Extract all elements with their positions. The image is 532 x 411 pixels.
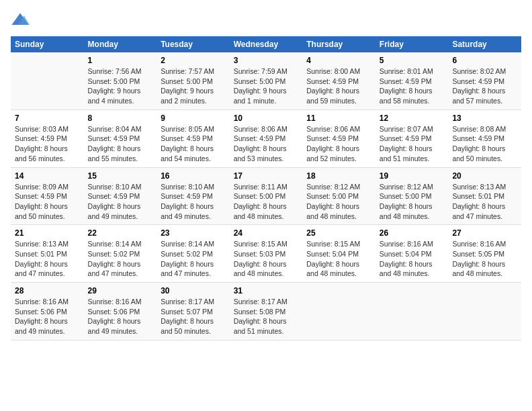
day-number: 3 <box>234 56 299 65</box>
calendar-cell: 14Sunrise: 8:09 AMSunset: 4:59 PMDayligh… <box>11 167 84 225</box>
day-number: 23 <box>161 228 226 238</box>
calendar-cell: 31Sunrise: 8:17 AMSunset: 5:08 PMDayligh… <box>230 283 303 340</box>
calendar-cell <box>375 283 449 340</box>
day-number: 29 <box>88 286 153 295</box>
calendar-week-4: 21Sunrise: 8:13 AMSunset: 5:01 PMDayligh… <box>11 225 521 283</box>
day-number: 25 <box>306 228 371 238</box>
day-number: 14 <box>15 171 80 181</box>
calendar-cell: 27Sunrise: 8:16 AMSunset: 5:05 PMDayligh… <box>448 225 521 283</box>
day-info: Sunrise: 8:15 AMSunset: 5:04 PMDaylight:… <box>306 239 371 279</box>
calendar-cell: 4Sunrise: 8:00 AMSunset: 4:59 PMDaylight… <box>302 52 375 109</box>
calendar-cell: 30Sunrise: 8:17 AMSunset: 5:07 PMDayligh… <box>157 283 230 340</box>
day-number: 16 <box>161 171 226 181</box>
day-number: 17 <box>234 171 299 181</box>
day-number: 4 <box>306 56 371 65</box>
day-info: Sunrise: 8:00 AMSunset: 4:59 PMDaylight:… <box>306 66 371 106</box>
day-info: Sunrise: 8:16 AMSunset: 5:06 PMDaylight:… <box>88 297 153 336</box>
day-info: Sunrise: 8:10 AMSunset: 4:59 PMDaylight:… <box>161 182 226 222</box>
calendar-cell: 1Sunrise: 7:56 AMSunset: 5:00 PMDaylight… <box>84 52 157 109</box>
calendar-cell: 13Sunrise: 8:08 AMSunset: 4:59 PMDayligh… <box>448 109 521 167</box>
day-number: 12 <box>380 113 445 123</box>
column-header-thursday: Thursday <box>302 36 375 52</box>
day-info: Sunrise: 8:02 AMSunset: 4:59 PMDaylight:… <box>452 66 517 106</box>
day-info: Sunrise: 8:06 AMSunset: 4:59 PMDaylight:… <box>306 124 371 164</box>
calendar-cell: 2Sunrise: 7:57 AMSunset: 5:00 PMDaylight… <box>157 52 230 109</box>
page-header <box>11 11 521 30</box>
day-info: Sunrise: 8:06 AMSunset: 4:59 PMDaylight:… <box>234 124 299 164</box>
day-number: 31 <box>234 286 299 295</box>
day-info: Sunrise: 8:08 AMSunset: 4:59 PMDaylight:… <box>452 124 517 164</box>
day-info: Sunrise: 8:14 AMSunset: 5:02 PMDaylight:… <box>88 239 153 279</box>
day-info: Sunrise: 8:16 AMSunset: 5:04 PMDaylight:… <box>380 239 445 279</box>
day-number: 30 <box>161 286 226 295</box>
day-number: 27 <box>452 228 517 238</box>
column-header-monday: Monday <box>84 36 157 52</box>
day-info: Sunrise: 8:17 AMSunset: 5:08 PMDaylight:… <box>234 297 299 336</box>
column-header-tuesday: Tuesday <box>157 36 230 52</box>
day-number: 26 <box>380 228 445 238</box>
day-number: 2 <box>161 56 226 65</box>
calendar-cell: 5Sunrise: 8:01 AMSunset: 4:59 PMDaylight… <box>375 52 449 109</box>
calendar-cell <box>448 283 521 340</box>
day-info: Sunrise: 8:10 AMSunset: 4:59 PMDaylight:… <box>88 182 153 222</box>
day-info: Sunrise: 7:59 AMSunset: 5:00 PMDaylight:… <box>234 66 299 106</box>
calendar-cell: 19Sunrise: 8:12 AMSunset: 5:00 PMDayligh… <box>375 167 449 225</box>
header-row: SundayMondayTuesdayWednesdayThursdayFrid… <box>11 36 521 52</box>
day-number: 1 <box>88 56 153 65</box>
day-number: 5 <box>380 56 445 65</box>
calendar-cell: 21Sunrise: 8:13 AMSunset: 5:01 PMDayligh… <box>11 225 84 283</box>
calendar-cell: 22Sunrise: 8:14 AMSunset: 5:02 PMDayligh… <box>84 225 157 283</box>
calendar-cell: 11Sunrise: 8:06 AMSunset: 4:59 PMDayligh… <box>302 109 375 167</box>
calendar-cell: 7Sunrise: 8:03 AMSunset: 4:59 PMDaylight… <box>11 109 84 167</box>
calendar-cell: 28Sunrise: 8:16 AMSunset: 5:06 PMDayligh… <box>11 283 84 340</box>
calendar-body: 1Sunrise: 7:56 AMSunset: 5:00 PMDaylight… <box>11 52 521 340</box>
day-info: Sunrise: 7:57 AMSunset: 5:00 PMDaylight:… <box>161 66 226 106</box>
day-number: 6 <box>452 56 517 65</box>
calendar-cell: 8Sunrise: 8:04 AMSunset: 4:59 PMDaylight… <box>84 109 157 167</box>
calendar-week-1: 1Sunrise: 7:56 AMSunset: 5:00 PMDaylight… <box>11 52 521 109</box>
day-number: 15 <box>88 171 153 181</box>
column-header-saturday: Saturday <box>448 36 521 52</box>
calendar-header: SundayMondayTuesdayWednesdayThursdayFrid… <box>11 36 521 52</box>
day-info: Sunrise: 8:11 AMSunset: 5:00 PMDaylight:… <box>234 182 299 222</box>
calendar-cell: 15Sunrise: 8:10 AMSunset: 4:59 PMDayligh… <box>84 167 157 225</box>
calendar-cell: 18Sunrise: 8:12 AMSunset: 5:00 PMDayligh… <box>302 167 375 225</box>
page-container: SundayMondayTuesdayWednesdayThursdayFrid… <box>0 0 532 346</box>
calendar-week-5: 28Sunrise: 8:16 AMSunset: 5:06 PMDayligh… <box>11 283 521 340</box>
calendar-week-3: 14Sunrise: 8:09 AMSunset: 4:59 PMDayligh… <box>11 167 521 225</box>
day-info: Sunrise: 8:12 AMSunset: 5:00 PMDaylight:… <box>306 182 371 222</box>
day-number: 28 <box>15 286 80 295</box>
calendar-cell: 3Sunrise: 7:59 AMSunset: 5:00 PMDaylight… <box>230 52 303 109</box>
column-header-sunday: Sunday <box>11 36 84 52</box>
day-number: 8 <box>88 113 153 123</box>
day-info: Sunrise: 8:09 AMSunset: 4:59 PMDaylight:… <box>15 182 80 222</box>
logo <box>11 11 32 30</box>
day-info: Sunrise: 8:04 AMSunset: 4:59 PMDaylight:… <box>88 124 153 164</box>
day-info: Sunrise: 8:01 AMSunset: 4:59 PMDaylight:… <box>380 66 445 106</box>
day-info: Sunrise: 8:03 AMSunset: 4:59 PMDaylight:… <box>15 124 80 164</box>
calendar-cell: 25Sunrise: 8:15 AMSunset: 5:04 PMDayligh… <box>302 225 375 283</box>
day-number: 11 <box>306 113 371 123</box>
calendar-cell: 9Sunrise: 8:05 AMSunset: 4:59 PMDaylight… <box>157 109 230 167</box>
day-number: 13 <box>452 113 517 123</box>
calendar-cell <box>302 283 375 340</box>
day-number: 19 <box>380 171 445 181</box>
calendar-cell: 16Sunrise: 8:10 AMSunset: 4:59 PMDayligh… <box>157 167 230 225</box>
calendar-cell: 6Sunrise: 8:02 AMSunset: 4:59 PMDaylight… <box>448 52 521 109</box>
day-info: Sunrise: 8:17 AMSunset: 5:07 PMDaylight:… <box>161 297 226 336</box>
calendar-cell: 17Sunrise: 8:11 AMSunset: 5:00 PMDayligh… <box>230 167 303 225</box>
calendar-cell: 23Sunrise: 8:14 AMSunset: 5:02 PMDayligh… <box>157 225 230 283</box>
calendar-cell: 26Sunrise: 8:16 AMSunset: 5:04 PMDayligh… <box>375 225 449 283</box>
day-info: Sunrise: 8:05 AMSunset: 4:59 PMDaylight:… <box>161 124 226 164</box>
calendar-cell: 20Sunrise: 8:13 AMSunset: 5:01 PMDayligh… <box>448 167 521 225</box>
calendar-table: SundayMondayTuesdayWednesdayThursdayFrid… <box>11 36 521 340</box>
day-number: 9 <box>161 113 226 123</box>
day-info: Sunrise: 8:12 AMSunset: 5:00 PMDaylight:… <box>380 182 445 222</box>
day-info: Sunrise: 8:07 AMSunset: 4:59 PMDaylight:… <box>380 124 445 164</box>
day-info: Sunrise: 8:16 AMSunset: 5:06 PMDaylight:… <box>15 297 80 336</box>
calendar-cell: 10Sunrise: 8:06 AMSunset: 4:59 PMDayligh… <box>230 109 303 167</box>
day-number: 18 <box>306 171 371 181</box>
calendar-cell: 29Sunrise: 8:16 AMSunset: 5:06 PMDayligh… <box>84 283 157 340</box>
calendar-cell <box>11 52 84 109</box>
day-number: 24 <box>234 228 299 238</box>
